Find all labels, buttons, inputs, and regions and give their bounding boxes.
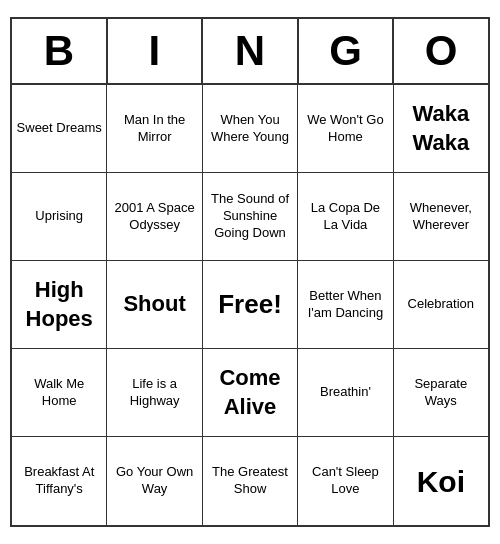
bingo-cell-3-1[interactable]: Life is a Highway [107, 349, 202, 437]
bingo-header-o: O [394, 19, 488, 85]
bingo-cell-0-2[interactable]: When You Where Young [203, 85, 298, 173]
bingo-cell-3-2[interactable]: Come Alive [203, 349, 298, 437]
bingo-cell-1-4[interactable]: Whenever, Wherever [394, 173, 488, 261]
bingo-row-2: High HopesShoutFree!Better When I'am Dan… [12, 261, 488, 349]
bingo-header: BINGO [12, 19, 488, 85]
bingo-cell-3-0[interactable]: Walk Me Home [12, 349, 107, 437]
bingo-row-4: Breakfast At Tiffany'sGo Your Own WayThe… [12, 437, 488, 525]
bingo-cell-2-4[interactable]: Celebration [394, 261, 488, 349]
bingo-header-b: B [12, 19, 108, 85]
bingo-header-i: I [108, 19, 204, 85]
bingo-cell-2-1[interactable]: Shout [107, 261, 202, 349]
bingo-cell-4-4[interactable]: Koi [394, 437, 488, 525]
bingo-cell-1-2[interactable]: The Sound of Sunshine Going Down [203, 173, 298, 261]
bingo-cell-0-0[interactable]: Sweet Dreams [12, 85, 107, 173]
bingo-cell-4-3[interactable]: Can't Sleep Love [298, 437, 393, 525]
bingo-cell-4-1[interactable]: Go Your Own Way [107, 437, 202, 525]
bingo-cell-1-0[interactable]: Uprising [12, 173, 107, 261]
bingo-cell-0-3[interactable]: We Won't Go Home [298, 85, 393, 173]
bingo-cell-2-0[interactable]: High Hopes [12, 261, 107, 349]
bingo-row-0: Sweet DreamsMan In the MirrorWhen You Wh… [12, 85, 488, 173]
bingo-cell-4-2[interactable]: The Greatest Show [203, 437, 298, 525]
bingo-grid: Sweet DreamsMan In the MirrorWhen You Wh… [12, 85, 488, 525]
bingo-cell-0-1[interactable]: Man In the Mirror [107, 85, 202, 173]
bingo-cell-1-3[interactable]: La Copa De La Vida [298, 173, 393, 261]
bingo-row-1: Uprising2001 A Space OdysseyThe Sound of… [12, 173, 488, 261]
bingo-cell-2-2[interactable]: Free! [203, 261, 298, 349]
bingo-cell-4-0[interactable]: Breakfast At Tiffany's [12, 437, 107, 525]
bingo-cell-1-1[interactable]: 2001 A Space Odyssey [107, 173, 202, 261]
bingo-cell-3-3[interactable]: Breathin' [298, 349, 393, 437]
bingo-header-n: N [203, 19, 299, 85]
bingo-cell-2-3[interactable]: Better When I'am Dancing [298, 261, 393, 349]
bingo-cell-0-4[interactable]: Waka Waka [394, 85, 488, 173]
bingo-card: BINGO Sweet DreamsMan In the MirrorWhen … [10, 17, 490, 527]
bingo-row-3: Walk Me HomeLife is a HighwayCome AliveB… [12, 349, 488, 437]
bingo-header-g: G [299, 19, 395, 85]
bingo-cell-3-4[interactable]: Separate Ways [394, 349, 488, 437]
